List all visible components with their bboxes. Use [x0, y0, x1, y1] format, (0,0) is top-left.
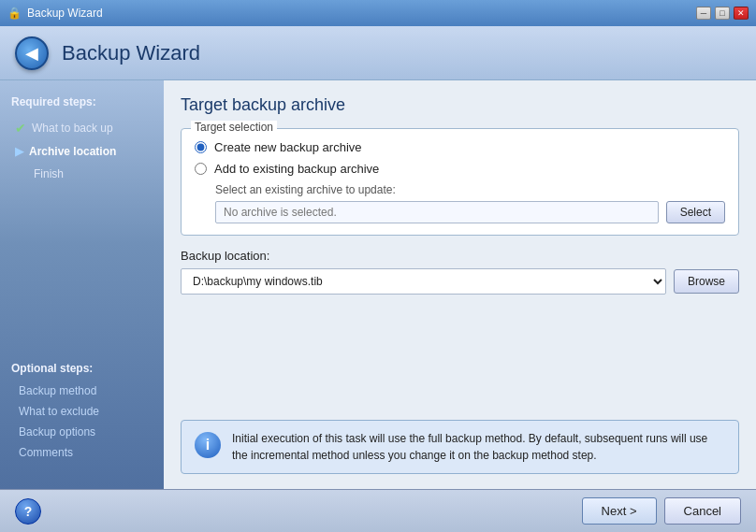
backup-path-dropdown[interactable]: D:\backup\my windows.tib — [181, 268, 666, 295]
header-bar: ◀ Backup Wizard — [0, 26, 756, 80]
existing-archive-sub-label: Select an existing archive to update: — [215, 183, 725, 196]
minimize-button[interactable]: ─ — [696, 7, 711, 20]
backup-location-label: Backup location: — [181, 249, 739, 263]
sidebar-item-archive-location[interactable]: ▶ Archive location — [0, 140, 164, 163]
cancel-button[interactable]: Cancel — [664, 497, 741, 525]
sidebar-item-backup-method[interactable]: Backup method — [0, 381, 164, 401]
header-title: Backup Wizard — [62, 41, 200, 65]
sidebar: Required steps: ✔ What to back up ▶ Arch… — [0, 80, 164, 489]
target-selection-group: Target selection Create new backup archi… — [181, 128, 739, 236]
arrow-icon: ▶ — [15, 145, 23, 158]
optional-steps-label: Optional steps: — [0, 354, 164, 381]
backup-location-row: D:\backup\my windows.tib Browse — [181, 268, 739, 295]
sidebar-item-finish[interactable]: Finish — [0, 163, 164, 185]
select-button[interactable]: Select — [666, 201, 725, 223]
radio-row-create: Create new backup archive — [195, 140, 725, 154]
page-title: Target backup archive — [181, 95, 739, 115]
help-button[interactable]: ? — [15, 498, 41, 525]
sidebar-item-what-to-back-up[interactable]: ✔ What to back up — [0, 116, 164, 140]
next-button[interactable]: Next > — [582, 497, 657, 525]
title-bar-left: 🔒 Backup Wizard — [7, 7, 103, 20]
sidebar-label-backup-options: Backup options — [19, 425, 95, 439]
bottom-left: ? — [15, 498, 574, 525]
info-box: i Initial execution of this task will us… — [181, 420, 739, 474]
back-button[interactable]: ◀ — [15, 36, 49, 70]
sidebar-label-what-to-back-up: What to back up — [32, 122, 113, 135]
radio-add-existing[interactable] — [195, 163, 207, 175]
radio-create-label[interactable]: Create new backup archive — [214, 140, 362, 154]
main-window: ◀ Backup Wizard Required steps: ✔ What t… — [0, 26, 756, 532]
main-content: Target backup archive Target selection C… — [164, 80, 756, 489]
radio-add-label[interactable]: Add to existing backup archive — [214, 162, 379, 176]
check-icon: ✔ — [15, 121, 26, 136]
sidebar-spacer — [0, 185, 164, 354]
title-bar-controls: ─ □ ✕ — [696, 7, 749, 20]
info-text: Initial execution of this task will use … — [232, 430, 725, 464]
sidebar-label-backup-method: Backup method — [19, 384, 96, 397]
radio-row-add: Add to existing backup archive — [195, 162, 725, 176]
backup-location-section: Backup location: D:\backup\my windows.ti… — [181, 249, 739, 295]
browse-button[interactable]: Browse — [674, 269, 739, 294]
title-bar: 🔒 Backup Wizard ─ □ ✕ — [0, 0, 756, 26]
sidebar-label-comments: Comments — [19, 446, 73, 459]
required-steps-label: Required steps: — [0, 92, 164, 116]
archive-select-row: Select — [215, 201, 725, 223]
archive-input[interactable] — [215, 201, 659, 223]
title-bar-icon: 🔒 — [7, 7, 22, 20]
info-icon: i — [195, 432, 221, 458]
sidebar-item-comments[interactable]: Comments — [0, 442, 164, 463]
radio-create-new[interactable] — [195, 141, 207, 153]
sidebar-label-what-to-exclude: What to exclude — [19, 405, 99, 418]
close-button[interactable]: ✕ — [734, 7, 749, 20]
title-bar-title: Backup Wizard — [27, 7, 103, 20]
target-selection-label: Target selection — [191, 121, 277, 134]
sidebar-item-backup-options[interactable]: Backup options — [0, 422, 164, 442]
sidebar-label-finish: Finish — [34, 167, 64, 180]
maximize-button[interactable]: □ — [715, 7, 730, 20]
sidebar-item-what-to-exclude[interactable]: What to exclude — [0, 401, 164, 422]
sidebar-label-archive-location: Archive location — [29, 145, 116, 158]
content-area: Required steps: ✔ What to back up ▶ Arch… — [0, 80, 756, 489]
bottom-bar: ? Next > Cancel — [0, 489, 756, 532]
